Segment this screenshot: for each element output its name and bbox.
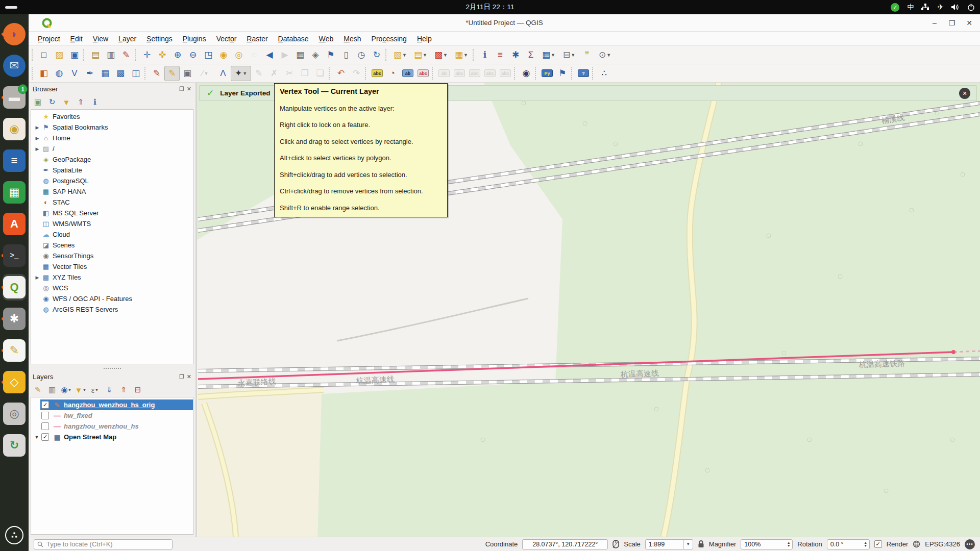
browser-item-wms-wmts[interactable]: ◫WMS/WMTS — [31, 218, 193, 229]
browser-item-geopackage[interactable]: ◈GeoPackage — [31, 154, 193, 165]
layer-row-hw-fixed[interactable]: —hw_fixed — [31, 410, 193, 421]
magnifier-spinbox[interactable]: 100% ▲▼ — [741, 539, 793, 549]
browser-item-favorites[interactable]: ★Favorites — [31, 111, 193, 122]
new-virtual-layer-button[interactable]: ▦ — [97, 66, 113, 81]
osm-place-search-button[interactable]: ⚑ — [555, 66, 570, 81]
open-layer-styling-button[interactable]: ✎ — [32, 384, 44, 396]
dock-item-settings[interactable]: ✱ — [0, 303, 29, 335]
dropdown-arrow-icon[interactable]: ▼ — [606, 53, 611, 58]
browser-item-sap-hana[interactable]: ▦SAP HANA — [31, 186, 193, 197]
current-edits-button[interactable]: ✎ — [149, 66, 164, 81]
coordinate-input[interactable]: 28.0737°, 120.717222° — [522, 539, 608, 549]
dock-item-rhythmbox[interactable]: ◉ — [0, 113, 29, 145]
layer-row-hangzhou-wenzhou-hs-orig[interactable]: ✓✎hangzhou_wenzhou_hs_orig — [31, 399, 193, 410]
dock-item-libreoffice-draw[interactable]: ◇ — [0, 366, 29, 398]
dock-item-ubuntu-software[interactable]: A — [0, 208, 29, 240]
restore-button[interactable]: ❐ — [946, 17, 958, 29]
layer-checkbox[interactable]: ✓ — [41, 433, 49, 441]
airplane-mode-icon[interactable]: ✈ — [937, 3, 944, 12]
network-icon[interactable] — [921, 4, 929, 11]
filter-legend-button[interactable]: ▼▼ — [75, 384, 87, 396]
remove-layer-button[interactable]: ⊟ — [132, 384, 144, 396]
search-features-button[interactable]: ⊙▼ — [595, 47, 615, 63]
identify-features-button[interactable]: ℹ — [477, 47, 493, 63]
dock-item-text-editor[interactable]: ✎ — [0, 335, 29, 366]
zoom-in-button[interactable]: ⊕ — [170, 47, 185, 63]
power-icon[interactable] — [967, 4, 975, 11]
dropdown-arrow-icon[interactable]: ▼ — [402, 53, 407, 58]
browser-item-stac[interactable]: ◐STAC — [31, 197, 193, 208]
float-panel-button[interactable]: ❐ — [179, 86, 184, 92]
status-check-icon[interactable]: ✓ — [891, 3, 899, 12]
new-geopackage-layer-button[interactable]: ◍ — [52, 66, 67, 81]
select-by-expression-button[interactable]: ▦▼ — [451, 47, 472, 63]
browser-item-ms-sql-server[interactable]: ◧MS SQL Server — [31, 208, 193, 218]
dropdown-arrow-icon[interactable]: ▼ — [82, 388, 86, 392]
browser-item-postgresql[interactable]: ◍PostgreSQL — [31, 176, 193, 186]
browser-item-spatial-bookmarks[interactable]: ▶⚑Spatial Bookmarks — [31, 122, 193, 133]
menu-edit[interactable]: Edit — [65, 32, 88, 45]
toggle-editing-button[interactable]: ✎ — [164, 66, 180, 81]
layer-labeling-options-button[interactable]: abc — [370, 66, 385, 81]
new-shapefile-layer-button[interactable]: V — [67, 66, 82, 81]
pan-to-selection-button[interactable]: ✜ — [155, 47, 170, 63]
dropdown-arrow-icon[interactable]: ▼ — [551, 53, 555, 58]
menu-mesh[interactable]: Mesh — [338, 32, 366, 45]
crs-indicator[interactable]: EPSG:4326 — [925, 540, 960, 548]
messages-log-icon[interactable]: ••• — [965, 539, 975, 549]
dock-item-firefox[interactable]: ◗ — [0, 18, 29, 50]
deselect-features-button[interactable]: ▩▼ — [431, 47, 451, 63]
browser-item-wcs[interactable]: ◎WCS — [31, 283, 193, 293]
refresh-browser-button[interactable]: ↻ — [46, 96, 58, 108]
statistics-abacus-button[interactable]: ≡ — [493, 47, 508, 63]
map-canvas[interactable]: 永嘉联络线 杭温高速线 杭温高速线 杭温高速铁路 楠溪线 ✓ Layer Exp… — [197, 83, 980, 537]
expand-arrow-icon[interactable]: ▶ — [33, 146, 41, 152]
float-panel-button[interactable]: ❐ — [179, 373, 184, 380]
layer-row-open-street-map[interactable]: ▼✓▦Open Street Map — [31, 432, 193, 442]
pin-labels-button[interactable]: ab — [400, 66, 415, 81]
menu-settings[interactable]: Settings — [141, 32, 178, 45]
measure-line-button[interactable]: ⊟▼ — [559, 47, 579, 63]
filter-browser-button[interactable]: ▼ — [60, 96, 72, 108]
highlight-pinned-labels-button[interactable]: abc — [415, 66, 431, 81]
menu-vector[interactable]: Vector — [211, 32, 242, 45]
browser-item-arcgis-rest-servers[interactable]: ◍ArcGIS REST Servers — [31, 304, 193, 315]
browser-item-cloud[interactable]: ☁Cloud — [31, 229, 193, 240]
panel-splitter[interactable] — [29, 366, 195, 370]
add-line-feature-button[interactable]: Λ — [215, 66, 231, 81]
rotation-spinbox[interactable]: 0.0 ° ▲▼ — [827, 539, 870, 549]
close-panel-button[interactable]: ✕ — [187, 86, 191, 92]
close-panel-button[interactable]: ✕ — [187, 373, 191, 380]
dropdown-arrow-icon[interactable]: ▼ — [463, 53, 468, 58]
browser-item-wfs-ogc-api-features[interactable]: ◉WFS / OGC API - Features — [31, 293, 193, 304]
menu-help[interactable]: Help — [412, 32, 437, 45]
new-gpx-layer-button[interactable]: ◫ — [128, 66, 143, 81]
dock-item-libreoffice-writer[interactable]: ≡ — [0, 145, 29, 177]
temporal-controller-button[interactable]: ◷ — [354, 47, 369, 63]
new-3d-map-view-button[interactable]: ◈ — [308, 47, 323, 63]
open-attribute-table-button[interactable]: ▦▼ — [538, 47, 559, 63]
new-print-layout-button[interactable]: ▤ — [88, 47, 103, 63]
menu-project[interactable]: Project — [33, 32, 65, 45]
browser-item-vector-tiles[interactable]: ▦Vector Tiles — [31, 261, 193, 272]
expand-arrow-icon[interactable]: ▼ — [33, 435, 40, 440]
properties-info-button[interactable]: ℹ — [89, 96, 101, 108]
dock-item-thunderbird[interactable]: ✉ — [0, 50, 29, 82]
save-project-button[interactable]: ▣ — [67, 47, 82, 63]
expand-arrow-icon[interactable]: ▶ — [33, 125, 41, 130]
dock-item-trash[interactable]: ↻ — [0, 430, 29, 461]
expand-all-layers-button[interactable]: ⇓ — [103, 384, 115, 396]
render-checkbox[interactable]: ✓ — [874, 540, 882, 548]
expand-arrow-icon[interactable]: ▶ — [33, 136, 41, 141]
dock-item-terminal[interactable]: >_ — [0, 240, 29, 271]
zoom-out-button[interactable]: ⊖ — [185, 47, 201, 63]
help-contents-button[interactable]: ? — [576, 66, 591, 81]
menu-database[interactable]: Database — [273, 32, 314, 45]
zoom-to-layer-button[interactable]: ◎ — [231, 47, 247, 63]
browser-item-spatialite[interactable]: ✒SpatiaLite — [31, 165, 193, 176]
scale-dropdown-arrow[interactable]: ▼ — [683, 540, 693, 549]
notification-close-button[interactable]: ✕ — [959, 88, 970, 99]
metasearch-button[interactable]: ◉ — [519, 66, 534, 81]
expand-arrow-icon[interactable]: ▶ — [33, 275, 41, 280]
browser-item-xyz-tiles[interactable]: ▶▩XYZ Tiles — [31, 272, 193, 283]
